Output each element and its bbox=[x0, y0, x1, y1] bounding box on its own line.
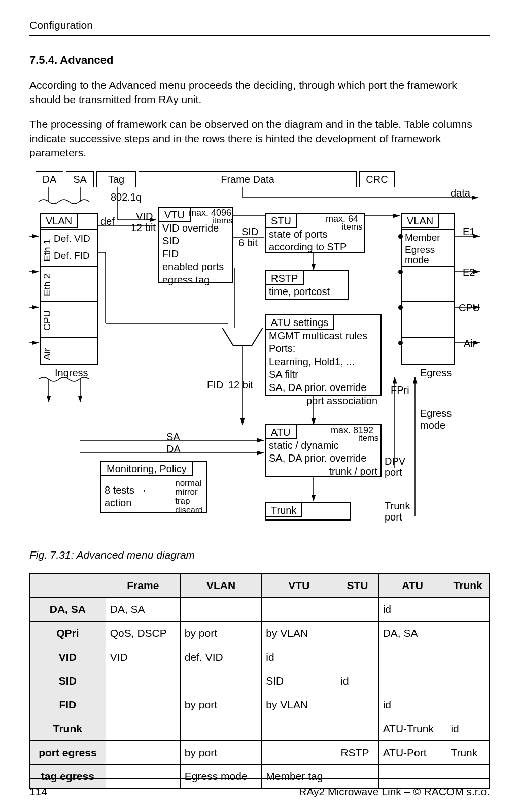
table-cell: by port bbox=[180, 740, 261, 764]
table-cell bbox=[106, 740, 180, 764]
table-cell: id bbox=[378, 597, 446, 621]
table-cell bbox=[262, 597, 336, 621]
label-trunk-port: port bbox=[385, 511, 402, 523]
label-vid: VID bbox=[136, 211, 153, 222]
table-header-row: Frame VLAN VTU STU ATU Trunk bbox=[30, 573, 490, 597]
table-row: TrunkATU-Trunkid bbox=[30, 717, 490, 740]
table-cell: ATU-Trunk bbox=[378, 717, 446, 740]
table-cell: SID bbox=[262, 669, 336, 693]
dot-icon bbox=[398, 305, 403, 310]
table-cell bbox=[336, 597, 378, 621]
vlan-right-stack: VLAN Member Egress mode bbox=[401, 213, 455, 365]
label-fpri: FPri bbox=[391, 384, 409, 396]
row-head: FID bbox=[30, 693, 106, 717]
atu-settings-l1: MGMT multicast rules bbox=[269, 330, 377, 343]
vlan-left-air: Air bbox=[42, 348, 53, 360]
vtu-l1: VID override bbox=[162, 222, 229, 235]
table-cell: Trunk bbox=[446, 740, 490, 764]
table-cell bbox=[446, 621, 490, 645]
vtu-l3: FID bbox=[162, 248, 229, 261]
table-row: QPriQoS, DSCPby portby VLANDA, SA bbox=[30, 621, 490, 645]
table-cell bbox=[106, 693, 180, 717]
table-cell bbox=[106, 717, 180, 740]
th-4: STU bbox=[336, 573, 378, 597]
parameter-table: Frame VLAN VTU STU ATU Trunk DA, SADA, S… bbox=[29, 573, 490, 789]
table-cell bbox=[262, 717, 336, 740]
atu-settings-title: ATU settings bbox=[265, 314, 334, 330]
table-cell: RSTP bbox=[336, 740, 378, 764]
table-cell bbox=[336, 621, 378, 645]
rstp-box: RSTP time, portcost bbox=[265, 270, 349, 300]
table-cell: ATU-Port bbox=[378, 740, 446, 764]
th-0 bbox=[30, 573, 106, 597]
dot-icon bbox=[398, 341, 403, 345]
label-e2: E2 bbox=[463, 267, 475, 278]
table-cell bbox=[378, 669, 446, 693]
vlan-left-cpu: CPU bbox=[42, 310, 53, 330]
atu-settings-l2: Ports: bbox=[269, 342, 377, 355]
vlan-right-title: VLAN bbox=[401, 213, 439, 228]
stu-box: STU max. 64 items state of ports accordi… bbox=[265, 213, 365, 253]
atu-settings-l5: SA, DA prior. override bbox=[269, 381, 377, 395]
table-cell: by port bbox=[180, 693, 261, 717]
label-cpu: CPU bbox=[459, 302, 480, 314]
table-cell: VID bbox=[106, 645, 180, 669]
atu-l1: static / dynamic bbox=[269, 439, 377, 452]
row-head: QPri bbox=[30, 621, 106, 645]
vlan-right-egress: Egress bbox=[405, 244, 435, 255]
atu-l2: SA, DA prior. override bbox=[269, 452, 377, 465]
table-row: VIDVIDdef. VIDid bbox=[30, 645, 490, 669]
th-6: Trunk bbox=[446, 573, 490, 597]
label-data: data bbox=[451, 187, 470, 199]
rstp-l1: time, portcost bbox=[269, 285, 345, 299]
atu-settings-l6: port association bbox=[269, 395, 377, 408]
running-head: Configuration bbox=[29, 19, 490, 31]
atu-settings-box: ATU settings MGMT multicast rules Ports:… bbox=[265, 314, 382, 396]
atu-l3: trunk / port bbox=[269, 465, 377, 478]
rstp-title: RSTP bbox=[265, 270, 304, 285]
table-cell: id bbox=[378, 693, 446, 717]
vlan-right-mode: mode bbox=[405, 254, 429, 266]
label-e1: E1 bbox=[463, 226, 475, 238]
vtu-box: VTU max. 4096 items VID override SID FID… bbox=[158, 207, 233, 283]
monitoring-r3: trap bbox=[175, 497, 203, 506]
vlan-left-title: VLAN bbox=[40, 213, 78, 228]
row-head: DA, SA bbox=[30, 597, 106, 621]
stu-l1: state of ports bbox=[269, 228, 361, 241]
label-ingress: Ingress bbox=[55, 367, 88, 379]
label-sa: SA bbox=[166, 431, 180, 443]
vlan-left-eth1: Eth 1 bbox=[42, 239, 53, 261]
table-cell bbox=[446, 693, 490, 717]
monitoring-r2: mirror bbox=[175, 488, 203, 497]
table-cell: by VLAN bbox=[262, 693, 336, 717]
row-head: SID bbox=[30, 669, 106, 693]
label-8021q: 802.1q bbox=[111, 191, 142, 203]
table-cell: id bbox=[446, 717, 490, 740]
intro-para-1: According to the Advanced menu proceeds … bbox=[29, 78, 490, 106]
table-cell: def. VID bbox=[180, 645, 261, 669]
monitoring-r1: normal bbox=[175, 479, 203, 488]
label-da: DA bbox=[166, 443, 181, 455]
th-2: VLAN bbox=[180, 573, 261, 597]
label-vid-bits: 12 bit bbox=[131, 222, 156, 234]
atu-box: ATU max. 8192 items static / dynamic SA,… bbox=[265, 424, 382, 477]
table-row: port egressby portRSTPATU-PortTrunk bbox=[30, 740, 490, 764]
row-head: Trunk bbox=[30, 717, 106, 740]
table-cell bbox=[336, 645, 378, 669]
table-cell: by port bbox=[180, 621, 261, 645]
th-1: Frame bbox=[106, 573, 180, 597]
table-cell: id bbox=[262, 645, 336, 669]
trunk-title: Trunk bbox=[265, 502, 302, 517]
monitoring-title: Monitoring, Policy bbox=[100, 461, 193, 476]
packet-frame-data: Frame Data bbox=[139, 171, 357, 187]
vlan-left-defvid: Def. VID bbox=[54, 233, 90, 244]
table-row: FIDby portby VLANid bbox=[30, 693, 490, 717]
label-fid: FID bbox=[207, 379, 223, 391]
vlan-right-member: Member bbox=[405, 232, 440, 243]
table-cell: id bbox=[336, 669, 378, 693]
table-cell bbox=[180, 669, 261, 693]
table-cell bbox=[446, 645, 490, 669]
monitoring-left: 8 tests → action bbox=[105, 484, 172, 510]
header-rule bbox=[29, 35, 490, 36]
label-fid-bits: 12 bit bbox=[228, 379, 253, 391]
